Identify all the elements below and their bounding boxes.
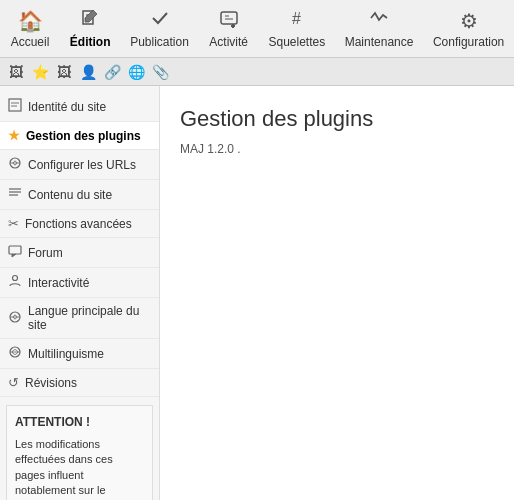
interactivite-icon (8, 274, 22, 291)
nav-squelettes-label: Squelettes (268, 35, 325, 49)
toolbar-icon-3[interactable]: 🖼 (54, 62, 74, 82)
edition-icon (80, 8, 100, 33)
toolbar: 🖼 ⭐ 🖼 👤 🔗 🌐 📎 (0, 58, 514, 86)
nav-configuration-label: Configuration (433, 35, 504, 49)
identite-icon (8, 98, 22, 115)
sidebar-warning: ATTENTION ! Les modifications effectuées… (6, 405, 153, 500)
contenu-icon (8, 186, 22, 203)
nav-accueil-label: Accueil (11, 35, 50, 49)
sidebar-item-urls[interactable]: Configurer les URLs (0, 150, 159, 180)
toolbar-icon-5[interactable]: 🔗 (102, 62, 122, 82)
nav-accueil[interactable]: 🏠 Accueil (0, 5, 60, 53)
accueil-icon: 🏠 (18, 9, 43, 33)
sidebar-forum-label: Forum (28, 246, 63, 260)
sidebar-identite-label: Identité du site (28, 100, 106, 114)
squelettes-icon: # (287, 8, 307, 33)
fonctions-icon: ✂ (8, 216, 19, 231)
revisions-icon: ↺ (8, 375, 19, 390)
main-content: Gestion des plugins MAJ 1.2.0 . (160, 86, 514, 500)
configuration-icon: ⚙ (460, 9, 478, 33)
sidebar-interactivite-label: Interactivité (28, 276, 89, 290)
urls-icon (8, 156, 22, 173)
sidebar-revisions-label: Révisions (25, 376, 77, 390)
forum-icon (8, 244, 22, 261)
sidebar-langue-label: Langue principale du site (28, 304, 151, 332)
warning-title: ATTENTION ! (15, 414, 144, 431)
nav-configuration[interactable]: ⚙ Configuration (423, 5, 514, 53)
sidebar-item-interactivite[interactable]: Interactivité (0, 268, 159, 298)
sidebar-contenu-label: Contenu du site (28, 188, 112, 202)
sidebar-item-langue[interactable]: Langue principale du site (0, 298, 159, 339)
nav-activite[interactable]: Activité (199, 4, 259, 53)
nav-publication-label: Publication (130, 35, 189, 49)
content-subtitle: MAJ 1.2.0 . (180, 142, 494, 156)
top-navigation: 🏠 Accueil Édition Publication (0, 0, 514, 58)
nav-edition-label: Édition (70, 35, 111, 49)
toolbar-icon-1[interactable]: 🖼 (6, 62, 26, 82)
sidebar-urls-label: Configurer les URLs (28, 158, 136, 172)
nav-edition[interactable]: Édition (60, 4, 120, 53)
svg-point-14 (13, 276, 18, 281)
sidebar-item-revisions[interactable]: ↺ Révisions (0, 369, 159, 397)
sidebar-item-forum[interactable]: Forum (0, 238, 159, 268)
sidebar-item-identite[interactable]: Identité du site (0, 92, 159, 122)
toolbar-icon-4[interactable]: 👤 (78, 62, 98, 82)
page-title: Gestion des plugins (180, 106, 494, 132)
sidebar-item-plugins[interactable]: ★ Gestion des plugins (0, 122, 159, 150)
nav-squelettes[interactable]: # Squelettes (259, 4, 335, 53)
sidebar-fonctions-label: Fonctions avancées (25, 217, 132, 231)
publication-icon (150, 8, 170, 33)
nav-activite-label: Activité (209, 35, 248, 49)
maintenance-icon (369, 8, 389, 33)
nav-maintenance[interactable]: Maintenance (335, 4, 423, 53)
svg-rect-3 (221, 12, 237, 24)
main-layout: Identité du site ★ Gestion des plugins C… (0, 86, 514, 500)
multilinguisme-icon (8, 345, 22, 362)
langue-icon (8, 310, 22, 327)
sidebar: Identité du site ★ Gestion des plugins C… (0, 86, 160, 500)
sidebar-plugins-label: Gestion des plugins (26, 129, 141, 143)
svg-text:#: # (292, 10, 301, 27)
sidebar-item-contenu[interactable]: Contenu du site (0, 180, 159, 210)
plugins-icon: ★ (8, 128, 20, 143)
svg-rect-13 (9, 246, 21, 254)
nav-maintenance-label: Maintenance (345, 35, 414, 49)
sidebar-item-multilinguisme[interactable]: Multilinguisme (0, 339, 159, 369)
toolbar-icon-2[interactable]: ⭐ (30, 62, 50, 82)
nav-publication[interactable]: Publication (120, 4, 198, 53)
sidebar-item-fonctions[interactable]: ✂ Fonctions avancées (0, 210, 159, 238)
sidebar-multilinguisme-label: Multilinguisme (28, 347, 104, 361)
toolbar-icon-7[interactable]: 📎 (150, 62, 170, 82)
toolbar-icon-6[interactable]: 🌐 (126, 62, 146, 82)
warning-text: Les modifications effectuées dans ces pa… (15, 437, 144, 500)
activite-icon (219, 8, 239, 33)
svg-rect-5 (9, 99, 21, 111)
